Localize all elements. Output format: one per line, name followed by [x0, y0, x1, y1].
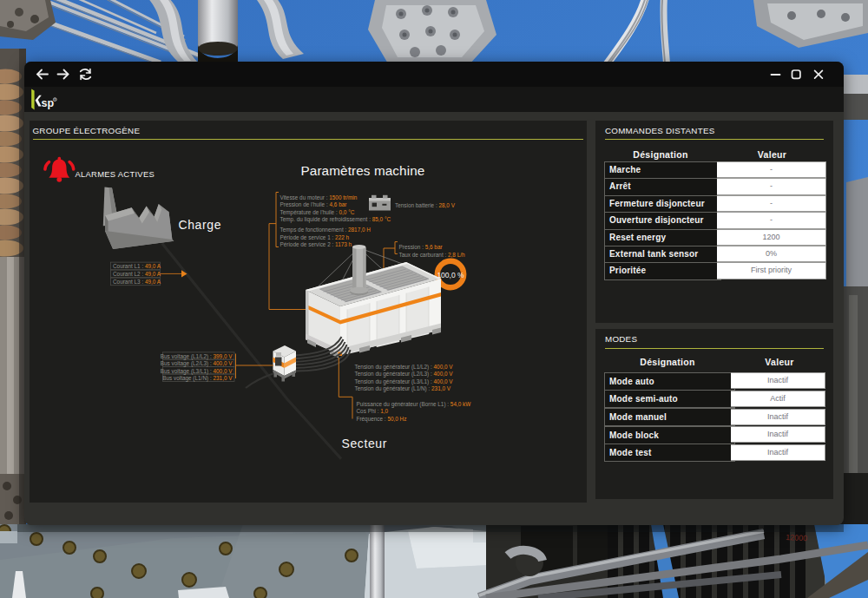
svg-text:Période de service 2 : 1173 h: Période de service 2 : 1173 h [280, 241, 352, 247]
svg-text:Pression de l'huile : 4,6 bar: Pression de l'huile : 4,6 bar [280, 201, 348, 207]
svg-text:12000: 12000 [786, 533, 808, 542]
svg-text:Bus voltage (L3/L1) : 400,0 V: Bus voltage (L3/L1) : 400,0 V [161, 368, 233, 375]
svg-text:Paramètres machine: Paramètres machine [301, 163, 425, 178]
svg-text:Période de service 1 : 222 h: Période de service 1 : 222 h [280, 234, 350, 240]
svg-text:Charge: Charge [179, 218, 222, 232]
svg-text:Taux de carburant : 2,8 L/h: Taux de carburant : 2,8 L/h [399, 252, 465, 258]
svg-text:Pression : 5,6 bar: Pression : 5,6 bar [399, 244, 444, 250]
svg-text:Température de l'huile : 0,0 °: Température de l'huile : 0,0 °C [280, 209, 355, 216]
svg-text:100,0 %: 100,0 % [437, 271, 464, 279]
svg-text:Temp. du liquide de refroidiss: Temp. du liquide de refroidissement : 85… [280, 216, 391, 223]
svg-text:Fréquence : 50,0 Hz: Fréquence : 50,0 Hz [357, 416, 407, 423]
svg-text:Bus voltage (L2/L3) : 400,0 V: Bus voltage (L2/L3) : 400,0 V [161, 360, 233, 367]
svg-text:ALARMES ACTIVES: ALARMES ACTIVES [76, 169, 155, 179]
svg-text:Tension du générateur (L1/N) :: Tension du générateur (L1/N) : 231,0 V [355, 385, 451, 392]
svg-text:Tension du générateur (L3/L1): Tension du générateur (L3/L1) : 400,0 V [355, 378, 454, 385]
svg-text:Cos Phi : 1,0: Cos Phi : 1,0 [357, 408, 389, 414]
svg-text:Courant L1 : 49,0 A: Courant L1 : 49,0 A [113, 263, 161, 269]
svg-text:Courant L2 : 49,0 A: Courant L2 : 49,0 A [113, 271, 161, 277]
svg-text:Tension du générateur (L2/L3): Tension du générateur (L2/L3) : 400,0 V [355, 371, 454, 378]
svg-text:Bus voltage (L1/L2) : 399,0 V: Bus voltage (L1/L2) : 399,0 V [161, 353, 233, 360]
svg-text:sp: sp [42, 97, 55, 109]
svg-text:Secteur: Secteur [342, 437, 387, 450]
svg-text:Bus voltage (L1/N) : 231,0 V: Bus voltage (L1/N) : 231,0 V [162, 375, 233, 382]
svg-text:Vitesse du moteur : 1500 tr/mi: Vitesse du moteur : 1500 tr/min [280, 194, 358, 200]
svg-text:Courant L3 : 49,0 A: Courant L3 : 49,0 A [113, 279, 161, 285]
svg-text:Tension du générateur (L1/L2): Tension du générateur (L1/L2) : 400,0 V [355, 364, 454, 371]
svg-text:Temps de fonctionnement : 2817: Temps de fonctionnement : 2817,0 H [280, 227, 372, 233]
svg-text:Tension batterie : 28,0 V: Tension batterie : 28,0 V [395, 202, 456, 208]
